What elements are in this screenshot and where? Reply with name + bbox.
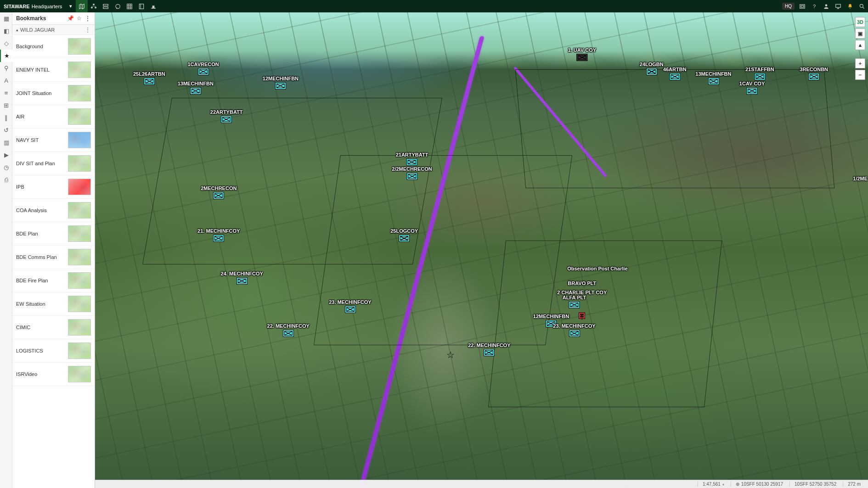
bookmark-item[interactable]: CIMIC [12,316,95,339]
svg-rect-6 [140,4,144,9]
bookmark-thumb [68,342,91,359]
bookmark-item[interactable]: COA Analysis [12,199,95,222]
book-icon[interactable] [135,0,147,12]
bookmark-thumb [68,249,91,265]
user-icon[interactable] [820,0,832,12]
svg-rect-8 [801,6,804,7]
elev-cell[interactable]: 272 m [843,482,865,487]
zoom-out-button[interactable]: − [855,70,865,80]
map-icon[interactable] [76,0,88,12]
bookmark-item[interactable]: BDE Plan [12,222,95,246]
brand-name: SITAWARE [4,4,30,9]
bookmark-label: ENEMY INTEL [16,67,68,73]
rail-btn-video[interactable]: ▶ [0,149,12,161]
view-3d-button[interactable]: 3D [855,17,865,27]
north-button[interactable]: ▲ [855,40,865,50]
star-marker: ☆ [446,349,455,360]
bookmark-label: EW Situation [16,301,68,307]
sidebar-list: BackgroundENEMY INTELJOINT SituationAIRN… [12,35,95,488]
rail-btn-shapes[interactable]: ◇ [0,37,12,50]
monitor-icon[interactable] [832,0,844,12]
bookmark-item[interactable]: BDE Fire Plan [12,269,95,292]
bookmark-label: COA Analysis [16,208,68,213]
rail-btn-stack[interactable]: ≡ [0,87,12,99]
svg-rect-1 [91,7,93,8]
zoom-in-button[interactable]: + [855,58,865,68]
bookmark-thumb [68,38,91,55]
bookmark-item[interactable]: NAVY SIT [12,129,95,152]
rail-btn-bars[interactable]: ▥ [0,136,12,149]
svg-rect-0 [93,4,95,5]
rail-btn-layers[interactable]: ◧ [0,25,12,37]
group-more-icon[interactable]: ⋮ [85,26,91,34]
svg-rect-4 [103,7,108,9]
sidebar-title: Bookmarks [16,15,46,22]
sidebar-header: Bookmarks 📌 ☆ ⋮ [12,12,95,25]
map-area[interactable]: 25L26ARTBN1CAVRECON13MECHINFBN12MECHINFB… [95,12,868,488]
rail-btn-track[interactable]: ‖ [0,112,12,124]
bookmark-label: ISRVideo [16,371,68,377]
rail-btn-1[interactable]: ▦ [0,12,12,25]
rail-btn-history[interactable]: ↺ [0,124,12,136]
rail-btn-units[interactable]: ⚲ [0,62,12,74]
coord1-cell[interactable]: ⊕ 10SFF 50130 25917 [731,482,788,487]
bookmark-thumb [68,62,91,78]
bookmark-thumb [68,225,91,242]
main: ▦ ◧ ◇ ★ ⚲ A ≡ ⊞ ‖ ↺ ▥ ▶ ◷ ⎙ Bookmarks 📌 … [0,12,868,488]
bookmark-thumb [68,132,91,148]
bookmark-item[interactable]: ISRVideo [12,363,95,386]
bookmark-label: LOGISTICS [16,348,68,353]
bookmark-label: Background [16,44,68,49]
view-2d-button[interactable]: ▣ [855,28,865,39]
svg-point-9 [825,4,828,6]
group-label: WILD JAGUAR [20,27,55,33]
bookmark-item[interactable]: DIV SIT and Plan [12,152,95,175]
bookmark-label: BDE Fire Plan [16,278,68,283]
hq-badge[interactable]: HQ [782,3,795,10]
grid-icon[interactable] [124,0,135,12]
scale-cell[interactable]: 1:47,561▴ [698,482,729,487]
rail-btn-time[interactable]: ◷ [0,161,12,174]
bookmark-thumb [68,179,91,195]
bookmark-item[interactable]: AIR [12,105,95,129]
bookmark-item[interactable]: BDE Comms Plan [12,246,95,269]
bookmark-label: BDE Plan [16,231,68,236]
bookmark-item[interactable]: ENEMY INTEL [12,58,95,82]
star-icon[interactable]: ☆ [77,15,82,22]
search-icon[interactable] [856,0,868,12]
workspace-dropdown[interactable]: ▾ [66,3,76,9]
svg-point-11 [860,4,863,7]
org-icon[interactable] [88,0,100,12]
bookmark-item[interactable]: LOGISTICS [12,339,95,363]
brand-sub: Headquarters [32,4,62,9]
bookmark-item[interactable]: Background [12,35,95,58]
rail-btn-print[interactable]: ⎙ [0,174,12,186]
rail-btn-bookmarks[interactable]: ★ [0,50,12,62]
bookmark-label: AIR [16,114,68,119]
help-icon[interactable]: ? [808,0,820,12]
sidebar: Bookmarks 📌 ☆ ⋮ ▴ WILD JAGUAR ⋮ Backgrou… [12,12,95,488]
bell-icon[interactable] [844,0,856,12]
bookmark-item[interactable]: EW Situation [12,292,95,316]
bookmark-thumb [68,202,91,219]
rail-btn-text[interactable]: A [0,74,12,87]
statusbar: 1:47,561▴ ⊕ 10SFF 50130 25917 10SFF 5275… [95,480,868,488]
server-icon[interactable] [100,0,112,12]
chat-icon[interactable] [112,0,124,12]
window-icon[interactable] [796,0,808,12]
more-icon[interactable]: ⋮ [85,15,91,22]
bookmark-thumb [68,272,91,289]
rail-btn-grid[interactable]: ⊞ [0,99,12,112]
bookmark-thumb [68,296,91,312]
bookmark-thumb [68,155,91,172]
coord2-cell[interactable]: 10SFF 52750 35752 [789,482,841,487]
svg-rect-2 [95,7,97,8]
bookmark-thumb [68,108,91,125]
sidebar-group[interactable]: ▴ WILD JAGUAR ⋮ [12,25,95,35]
ship-icon[interactable] [147,0,159,12]
icon-rail: ▦ ◧ ◇ ★ ⚲ A ≡ ⊞ ‖ ↺ ▥ ▶ ◷ ⎙ [0,12,12,488]
pin-icon[interactable]: 📌 [67,15,74,22]
bookmark-item[interactable]: IPB [12,175,95,199]
chevron-up-icon: ▴ [16,28,18,32]
bookmark-item[interactable]: JOINT Situation [12,82,95,105]
